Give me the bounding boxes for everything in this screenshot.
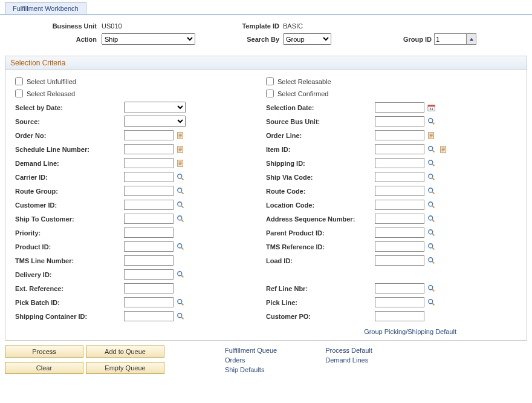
select-unfulfilled-checkbox[interactable] bbox=[15, 77, 23, 85]
process-button[interactable]: Process bbox=[5, 346, 83, 358]
shipping-id-label: Shipping ID: bbox=[266, 160, 375, 167]
select-by-date-select[interactable] bbox=[124, 102, 186, 113]
selection-date-input[interactable] bbox=[375, 102, 424, 113]
source-bus-unit-input[interactable] bbox=[375, 116, 424, 126]
location-code-input[interactable] bbox=[375, 200, 424, 210]
lookup-icon[interactable] bbox=[427, 145, 436, 154]
product-id-input[interactable] bbox=[124, 241, 174, 252]
lookup-icon[interactable] bbox=[427, 256, 436, 266]
group-id-up-button[interactable] bbox=[466, 34, 476, 44]
address-sequence-number-input[interactable] bbox=[375, 214, 424, 224]
tab-fulfillment-workbench[interactable]: Fulfillment Workbench bbox=[5, 2, 86, 14]
item-id-label: Item ID: bbox=[266, 146, 375, 153]
ext-reference-label: Ext. Reference: bbox=[15, 285, 124, 292]
lookup-icon[interactable] bbox=[176, 312, 186, 321]
business-unit-value: US010 bbox=[102, 22, 204, 30]
ext-reference-input[interactable] bbox=[124, 283, 174, 293]
address-sequence-number-label: Address Sequence Number: bbox=[266, 215, 375, 223]
lookup-icon[interactable] bbox=[176, 186, 186, 196]
schedule-line-number-label: Schedule Line Number: bbox=[15, 146, 124, 153]
ship-via-code-input[interactable] bbox=[375, 172, 424, 182]
schedule-line-number-input[interactable] bbox=[124, 144, 174, 154]
calendar-icon[interactable] bbox=[427, 103, 436, 113]
priority-input[interactable] bbox=[124, 228, 174, 238]
parent-product-id-input[interactable] bbox=[375, 228, 424, 238]
demand-line-input[interactable] bbox=[124, 158, 174, 168]
route-group-label: Route Group: bbox=[15, 188, 124, 195]
related-actions-icon[interactable] bbox=[176, 131, 186, 140]
product-id-label: Product ID: bbox=[15, 243, 124, 251]
lookup-icon[interactable] bbox=[427, 284, 436, 293]
lookup-icon[interactable] bbox=[176, 270, 186, 280]
demand-lines-link[interactable]: Demand Lines bbox=[325, 356, 368, 364]
tms-line-number-input[interactable] bbox=[124, 255, 174, 266]
tms-reference-id-input[interactable] bbox=[375, 241, 424, 252]
lookup-icon[interactable] bbox=[176, 172, 186, 182]
load-id-label: Load ID: bbox=[266, 257, 375, 264]
ship-to-customer-input[interactable] bbox=[124, 214, 174, 224]
clear-button[interactable]: Clear bbox=[5, 362, 83, 374]
related-actions-icon[interactable] bbox=[176, 145, 186, 154]
lookup-icon[interactable] bbox=[176, 242, 186, 252]
related-actions-icon[interactable] bbox=[439, 145, 449, 154]
select-released-checkbox[interactable] bbox=[15, 90, 23, 97]
lookup-icon[interactable] bbox=[176, 200, 186, 210]
delivery-id-input[interactable] bbox=[124, 269, 174, 280]
selection-date-label: Selection Date: bbox=[266, 104, 375, 111]
order-no-label: Order No: bbox=[15, 132, 124, 139]
lookup-icon[interactable] bbox=[427, 200, 436, 210]
source-select[interactable] bbox=[124, 116, 186, 127]
lookup-icon[interactable] bbox=[176, 214, 186, 224]
lookup-icon[interactable] bbox=[176, 298, 186, 307]
lookup-icon[interactable] bbox=[427, 172, 436, 182]
select-releasable-label: Select Releasable bbox=[277, 78, 331, 85]
search-by-label: Search By bbox=[204, 36, 283, 43]
pick-batch-id-input[interactable] bbox=[124, 297, 174, 307]
lookup-icon[interactable] bbox=[427, 242, 436, 252]
group-picking-shipping-default-link[interactable]: Group Picking/Shipping Default bbox=[364, 328, 456, 335]
action-select[interactable]: Ship bbox=[102, 33, 195, 45]
business-unit-label: Business Unit bbox=[5, 22, 102, 30]
search-by-select[interactable]: Group bbox=[283, 33, 331, 45]
related-actions-icon[interactable] bbox=[427, 131, 436, 140]
pick-line-input[interactable] bbox=[375, 297, 424, 307]
shipping-container-id-input[interactable] bbox=[124, 311, 174, 321]
load-id-input[interactable] bbox=[375, 255, 424, 266]
tms-reference-id-label: TMS Reference ID: bbox=[266, 243, 375, 251]
item-id-input[interactable] bbox=[375, 144, 424, 154]
source-bus-unit-label: Source Bus Unit: bbox=[266, 118, 375, 125]
lookup-icon[interactable] bbox=[427, 214, 436, 224]
lookup-icon[interactable] bbox=[427, 117, 436, 126]
ref-line-nbr-input[interactable] bbox=[375, 283, 424, 293]
select-confirmed-label: Select Confirmed bbox=[277, 90, 328, 97]
carrier-id-input[interactable] bbox=[124, 172, 174, 182]
shipping-id-input[interactable] bbox=[375, 158, 424, 168]
select-releasable-checkbox[interactable] bbox=[266, 77, 274, 85]
carrier-id-label: Carrier ID: bbox=[15, 174, 124, 181]
group-id-input[interactable] bbox=[435, 35, 466, 44]
customer-id-label: Customer ID: bbox=[15, 202, 124, 209]
fulfillment-queue-link[interactable]: Fulfillment Queue bbox=[225, 347, 277, 354]
ship-to-customer-label: Ship To Customer: bbox=[15, 215, 124, 223]
empty-queue-button[interactable]: Empty Queue bbox=[86, 362, 164, 374]
route-group-input[interactable] bbox=[124, 186, 174, 196]
orders-link[interactable]: Orders bbox=[225, 356, 245, 364]
customer-po-input[interactable] bbox=[375, 311, 424, 321]
customer-id-input[interactable] bbox=[124, 200, 174, 210]
order-line-input[interactable] bbox=[375, 130, 424, 140]
ship-defaults-link[interactable]: Ship Defaults bbox=[225, 366, 264, 373]
related-actions-icon[interactable] bbox=[176, 159, 186, 168]
delivery-id-label: Delivery ID: bbox=[15, 271, 124, 278]
process-default-link[interactable]: Process Default bbox=[325, 347, 372, 354]
lookup-icon[interactable] bbox=[427, 298, 436, 307]
route-code-input[interactable] bbox=[375, 186, 424, 196]
lookup-icon[interactable] bbox=[427, 228, 436, 238]
group-id-label: Group ID bbox=[374, 36, 434, 43]
lookup-icon[interactable] bbox=[427, 159, 436, 168]
demand-line-label: Demand Line: bbox=[15, 160, 124, 167]
lookup-icon[interactable] bbox=[427, 186, 436, 196]
order-no-input[interactable] bbox=[124, 130, 174, 140]
select-confirmed-checkbox[interactable] bbox=[266, 90, 274, 97]
add-to-queue-button[interactable]: Add to Queue bbox=[86, 346, 164, 358]
source-label: Source: bbox=[15, 118, 124, 125]
